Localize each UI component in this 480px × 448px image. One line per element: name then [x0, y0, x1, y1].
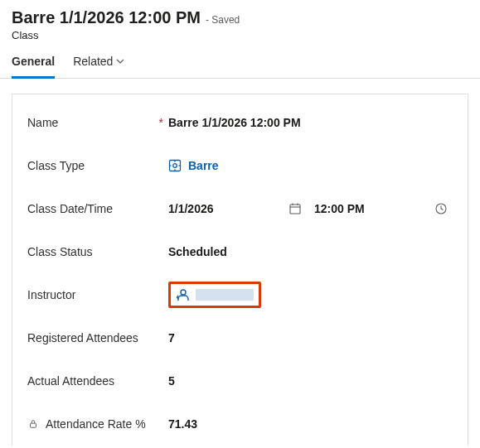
value-name-text: Barre 1/1/2026 12:00 PM [168, 116, 301, 129]
save-status: - Saved [206, 14, 240, 26]
label-registered: Registered Attendees [27, 331, 138, 344]
value-class-date-text: 1/1/2026 [168, 202, 214, 215]
field-row-instructor: Instructor [12, 273, 468, 316]
value-instructor-wrapper [168, 282, 453, 308]
svg-point-1 [173, 164, 177, 168]
clock-icon[interactable] [429, 202, 453, 215]
label-class-status: Class Status [27, 245, 93, 258]
field-row-class-type: Class Type Barre [12, 144, 468, 187]
label-instructor: Instructor [27, 288, 75, 301]
svg-line-12 [441, 209, 444, 210]
tab-general[interactable]: General [12, 55, 55, 78]
tab-general-label: General [12, 55, 55, 68]
value-actual[interactable]: 5 [168, 374, 453, 388]
instructor-highlight [168, 282, 261, 308]
chevron-down-icon [116, 57, 124, 65]
label-class-type: Class Type [27, 159, 85, 172]
value-class-type[interactable]: Barre [168, 159, 453, 172]
tab-bar: General Related [0, 41, 480, 79]
person-badge-icon [176, 287, 191, 302]
value-registered-text: 7 [168, 331, 175, 344]
value-class-time[interactable]: 12:00 PM [314, 202, 423, 215]
field-row-registered: Registered Attendees 7 [12, 316, 468, 359]
value-class-status[interactable]: Scheduled [168, 245, 453, 258]
field-row-class-datetime: Class Date/Time 1/1/2026 12:00 PM [12, 187, 468, 230]
value-class-type-text: Barre [188, 159, 219, 172]
label-class-datetime: Class Date/Time [27, 202, 113, 215]
svg-rect-6 [290, 205, 300, 214]
tab-related-label: Related [73, 55, 113, 68]
value-attendance-rate-text: 71.43 [168, 417, 197, 431]
tab-related[interactable]: Related [73, 55, 124, 78]
lookup-entity-icon [168, 159, 182, 172]
value-attendance-rate: 71.43 [168, 417, 453, 431]
field-row-attendance-rate: Attendance Rate % 71.43 [12, 402, 468, 446]
svg-point-13 [181, 290, 186, 295]
value-class-date[interactable]: 1/1/2026 [168, 202, 276, 215]
label-attendance-rate: Attendance Rate % [46, 417, 146, 431]
field-row-actual: Actual Attendees 5 [12, 359, 468, 402]
field-row-class-status: Class Status Scheduled [12, 230, 468, 273]
calendar-icon[interactable] [283, 202, 308, 215]
page-title: Barre 1/1/2026 12:00 PM [12, 8, 201, 27]
field-row-name: Name * Barre 1/1/2026 12:00 PM [12, 101, 468, 144]
value-name[interactable]: Barre 1/1/2026 12:00 PM [168, 116, 453, 129]
label-actual: Actual Attendees [27, 374, 114, 388]
record-header: Barre 1/1/2026 12:00 PM - Saved Class [0, 0, 480, 41]
instructor-redacted-value[interactable] [196, 289, 254, 301]
entity-type-label: Class [12, 29, 468, 41]
required-indicator: * [159, 116, 163, 129]
value-actual-text: 5 [168, 374, 175, 388]
value-registered[interactable]: 7 [168, 331, 453, 344]
value-class-status-text: Scheduled [168, 245, 227, 258]
form-panel: Name * Barre 1/1/2026 12:00 PM Class Typ… [12, 94, 468, 446]
value-class-time-text: 12:00 PM [314, 202, 365, 215]
lock-icon [27, 418, 39, 430]
label-name: Name [27, 116, 58, 129]
svg-rect-14 [31, 423, 36, 427]
